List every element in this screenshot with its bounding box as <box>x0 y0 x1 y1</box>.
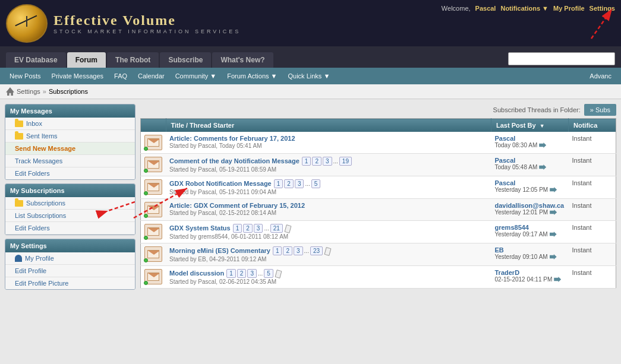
col-header-lastpost[interactable]: Last Post By ▼ <box>491 119 569 132</box>
page-link[interactable]: 23 <box>310 246 323 255</box>
nav-whats-new[interactable]: What's New? <box>212 52 273 68</box>
threads-folder-button[interactable]: » Subs <box>584 104 616 116</box>
nav-forum[interactable]: Forum <box>67 52 106 68</box>
thread-icon-cell <box>141 176 166 199</box>
sidebar-inbox[interactable]: Inbox <box>5 118 135 130</box>
thread-title-link[interactable]: GDX System Status <box>169 224 231 232</box>
subnav-community[interactable]: Community ▼ <box>171 70 222 82</box>
edit-folders-link-subs[interactable]: Edit Folders <box>15 224 50 232</box>
thread-lastpost-cell: Pascal Today 08:30 AM <box>491 132 569 154</box>
list-subscriptions-link[interactable]: List Subscriptions <box>15 212 66 219</box>
page-link[interactable]: 2 <box>283 246 292 255</box>
page-link[interactable]: 2 <box>243 224 253 233</box>
subscriptions-link[interactable]: Subscriptions <box>26 200 65 207</box>
thread-title-link[interactable]: Article: GDX Comment of February 15, 201… <box>169 202 305 209</box>
sidebar-sent-items[interactable]: Sent Items <box>5 130 135 143</box>
sub-nav: New Posts Private Messages FAQ Calendar … <box>0 68 621 84</box>
page-link[interactable]: 5 <box>264 269 273 278</box>
edit-folders-link-messages[interactable]: Edit Folders <box>15 170 50 177</box>
last-post-user[interactable]: Pascal <box>495 179 516 186</box>
page-link[interactable]: 3 <box>294 246 303 255</box>
page-link[interactable]: 1 <box>226 269 236 278</box>
edit-profile-link[interactable]: Edit Profile <box>15 267 46 274</box>
my-profile-link[interactable]: My Profile <box>553 5 585 12</box>
page-link[interactable]: 19 <box>339 157 352 166</box>
sent-items-link[interactable]: Sent Items <box>26 132 58 140</box>
subnav-forum-actions[interactable]: Forum Actions ▼ <box>222 70 282 82</box>
header-nav-top: Welcome, Pascal Notifications ▼ My Profi… <box>442 5 615 12</box>
breadcrumb: Settings » Subscriptions <box>0 84 621 99</box>
thread-notification-cell: Instant <box>569 132 616 154</box>
folder-icon <box>15 121 23 127</box>
sidebar-my-messages: My Messages Inbox Sent Items Send New Me… <box>5 104 135 180</box>
edit-profile-picture-link[interactable]: Edit Profile Picture <box>15 280 68 287</box>
page-link[interactable]: 1 <box>274 179 283 188</box>
send-new-message-link[interactable]: Send New Message <box>15 145 75 152</box>
thread-title-link[interactable]: GDX Robot Notification Message <box>169 180 272 187</box>
thread-title-link[interactable]: Comment of the day Notification Message <box>169 157 300 164</box>
col-header-notif: Notifica <box>569 119 616 132</box>
last-post-user[interactable]: TraderD <box>495 269 520 276</box>
last-post-user[interactable]: davidallison@shaw.ca <box>495 202 565 209</box>
sidebar-my-profile[interactable]: My Profile <box>5 252 135 265</box>
sidebar-send-new-message[interactable]: Send New Message <box>5 143 135 155</box>
track-messages-link[interactable]: Track Messages <box>15 157 62 164</box>
last-post-user[interactable]: grems8544 <box>495 224 529 231</box>
page-link[interactable]: 3 <box>254 224 263 233</box>
page-link[interactable]: 2 <box>312 157 321 166</box>
subnav-calendar[interactable]: Calendar <box>133 70 169 82</box>
sidebar-track-messages[interactable]: Track Messages <box>5 155 135 167</box>
last-post-user[interactable]: Pascal <box>495 157 516 164</box>
page-link[interactable]: 21 <box>270 224 283 233</box>
last-post-time: Today 05:48 AM <box>495 164 565 170</box>
subnav-advanced[interactable]: Advanc <box>585 70 616 82</box>
sidebar-edit-profile-picture[interactable]: Edit Profile Picture <box>5 277 135 289</box>
subnav-new-posts[interactable]: New Posts <box>5 70 46 82</box>
sidebar-edit-folders-subs[interactable]: Edit Folders <box>5 222 135 235</box>
username-link[interactable]: Pascal <box>475 5 496 12</box>
page-link[interactable]: 3 <box>295 179 304 188</box>
subnav-faq[interactable]: FAQ <box>109 70 132 82</box>
sidebar-list-subscriptions[interactable]: List Subscriptions <box>5 210 135 222</box>
col-header-icon <box>141 119 166 132</box>
inbox-link[interactable]: Inbox <box>26 120 42 127</box>
nav-ev-database[interactable]: EV Database <box>6 52 66 68</box>
last-post-time: Yesterday 09:10 AM <box>495 254 565 260</box>
go-icon <box>539 143 546 148</box>
sidebar-subscriptions[interactable]: Subscriptions <box>5 197 135 210</box>
subnav-private-messages[interactable]: Private Messages <box>47 70 108 82</box>
thread-lastpost-cell: davidallison@shaw.ca Yesterday 12:01 PM <box>491 199 569 221</box>
subnav-quick-links[interactable]: Quick Links ▼ <box>283 70 335 82</box>
thread-title-cell: Article: Comments for February 17, 2012S… <box>166 132 491 154</box>
thread-title-link[interactable]: Article: Comments for February 17, 2012 <box>169 135 295 142</box>
sort-icon: ▼ <box>540 123 545 129</box>
header: Effective Volume STOCK MARKET INFORMATIO… <box>0 0 621 46</box>
page-link[interactable]: 3 <box>247 269 257 278</box>
page-link[interactable]: 1 <box>233 224 242 233</box>
thread-starter: Started by Pascal, 05-19-2011 09:04 AM <box>169 189 488 195</box>
thread-title-link[interactable]: Model discussion <box>169 270 224 277</box>
nav-the-robot[interactable]: The Robot <box>107 52 159 68</box>
sidebar-my-messages-title: My Messages <box>5 105 135 118</box>
page-link[interactable]: 1 <box>273 246 282 255</box>
page-link[interactable]: 3 <box>323 157 332 166</box>
sidebar-edit-profile[interactable]: Edit Profile <box>5 265 135 277</box>
thread-title-link[interactable]: Morning eMini (ES) Commentary <box>169 247 270 254</box>
last-post-time: Today 08:30 AM <box>495 142 565 148</box>
notifications-link[interactable]: Notifications ▼ <box>500 5 549 12</box>
breadcrumb-settings[interactable]: Settings <box>17 88 40 95</box>
sidebar-edit-folders[interactable]: Edit Folders <box>5 167 135 179</box>
last-post-user[interactable]: Pascal <box>495 135 516 142</box>
settings-link[interactable]: Settings <box>590 5 615 12</box>
last-post-user[interactable]: EB <box>495 246 504 254</box>
my-profile-link-sidebar[interactable]: My Profile <box>25 255 54 262</box>
page-link[interactable]: 1 <box>302 157 311 166</box>
thread-title-cell: Morning eMini (ES) Commentary123...23Sta… <box>166 243 491 266</box>
page-ellipsis: ... <box>264 225 269 232</box>
page-link[interactable]: 2 <box>237 269 247 278</box>
nav-subscribe[interactable]: Subscribe <box>160 52 211 68</box>
folder-icon <box>15 133 23 140</box>
page-link[interactable]: 5 <box>311 179 321 188</box>
thread-starter: Started by Pascal, Today 05:41 AM <box>169 143 488 149</box>
page-link[interactable]: 2 <box>284 179 294 188</box>
